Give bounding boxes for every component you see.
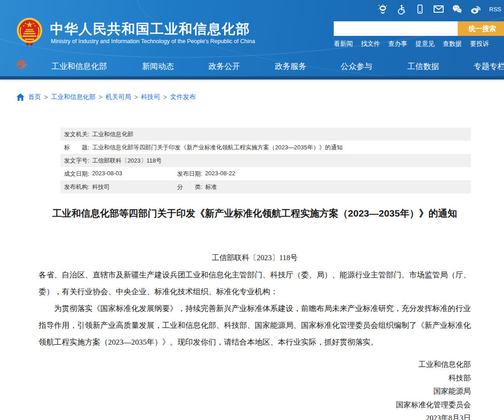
meta-label: 发布机构:	[64, 183, 89, 191]
breadcrumb-document-release[interactable]: 文件发布	[170, 93, 196, 101]
signature-block: 工业和信息化部 科技部 国家能源局 国家标准化管理委员会 2023年8月3日	[39, 358, 471, 420]
signature-line: 国家能源局	[39, 385, 471, 398]
search-input[interactable]	[334, 21, 458, 36]
meta-row-dates: 成文日期: 2023-08-03 发布日期: 2023-08-22	[60, 167, 471, 180]
breadcrumb-home[interactable]: 首页	[28, 93, 41, 101]
miit-e-logo-icon	[15, 58, 28, 71]
breadcrumb-separator: >	[44, 94, 48, 101]
breadcrumb-departments[interactable]: 机关司局	[105, 93, 131, 101]
quick-link-complaint[interactable]: 要投诉	[470, 40, 489, 48]
nav-item-miit-data[interactable]: 工信数据	[407, 61, 439, 72]
breadcrumb-separator: >	[134, 94, 138, 101]
nav-item-public-participation[interactable]: 公众参与	[341, 61, 372, 72]
article-doc-number: 工信部联科〔2023〕118号	[39, 253, 471, 263]
nav-item-gov-services[interactable]: 政务服务	[275, 61, 306, 72]
signature-line: 国家标准化管理委员会	[39, 398, 471, 412]
quick-link-feedback[interactable]: 提意见	[415, 40, 435, 48]
article: 工业和信息化部等四部门关于印发《新产业标准化领航工程实施方案（2023—2035…	[39, 207, 471, 420]
meta-row-publisher-category: 发布机构: 科技司 分 类: 标准	[60, 180, 471, 193]
breadcrumb-separator: >	[163, 94, 167, 101]
home-icon[interactable]	[16, 94, 25, 101]
meta-label: 分 类:	[177, 183, 203, 191]
page: RSS 中华人民共和国工业和信息化部 Ministry of Industry …	[0, 0, 504, 420]
nav-item-special-topics[interactable]: 专题专栏	[474, 61, 504, 72]
breadcrumb: 首页 > 工业和信息化部 > 机关司局 > 科技司 > 文件发布	[16, 93, 196, 101]
search-box: 统一搜索	[334, 21, 504, 36]
article-body: 各省、自治区、直辖市及新疆生产建设兵团工业和信息化主管部门、科技厅（委、局）、能…	[39, 267, 471, 351]
meta-row-doc-number: 发文字号: 工信部联科〔2023〕118号	[60, 154, 471, 167]
weibo-icon[interactable]	[470, 4, 481, 15]
meta-value: 标准	[205, 183, 217, 191]
article-paragraph: 为贯彻落实《国家标准化发展纲要》，持续完善新兴产业标准体系建设，前瞻布局未来产业…	[39, 300, 471, 351]
mail-icon[interactable]	[433, 4, 444, 15]
signature-line: 科技部	[39, 371, 471, 385]
article-paragraph: 各省、自治区、直辖市及新疆生产建设兵团工业和信息化主管部门、科技厅（委、局）、能…	[39, 267, 471, 300]
nav-item-news[interactable]: 新闻动态	[142, 61, 174, 72]
meta-label: 成文日期:	[64, 170, 89, 178]
national-emblem-logo	[16, 17, 43, 47]
quick-link-services[interactable]: 查办事	[388, 40, 407, 48]
signature-date: 2023年8月3日	[39, 411, 471, 420]
breadcrumb-separator: >	[99, 94, 102, 101]
mascot-icon[interactable]	[377, 4, 388, 15]
nav-item-miit[interactable]: 工业和信息化部	[51, 61, 107, 72]
breadcrumb-miit[interactable]: 工业和信息化部	[51, 93, 95, 101]
meta-value: 工业和信息化部	[92, 130, 133, 138]
rss-link[interactable]: RSS	[489, 6, 501, 13]
meta-value: 2023-08-22	[205, 170, 236, 178]
meta-value: 2023-08-03	[92, 170, 123, 178]
wechat-icon[interactable]	[452, 4, 463, 15]
nav-item-gov-disclosure[interactable]: 政务公开	[208, 61, 240, 72]
meta-row-issuing-agency: 发文机关: 工业和信息化部	[60, 128, 471, 141]
quick-link-files[interactable]: 找文件	[361, 40, 380, 48]
top-icon-bar: RSS	[377, 4, 501, 15]
meta-row-title: 标 题: 工业和信息化部等四部门关于印发《新产业标准化领航工程实施方案（2023…	[60, 141, 471, 154]
main-nav: 工业和信息化部 新闻动态 政务公开 政务服务 公众参与 工信数据 专题专栏	[0, 57, 504, 76]
breadcrumb-science-tech-dept[interactable]: 科技司	[141, 93, 160, 101]
site-title: 中华人民共和国工业和信息化部	[50, 20, 250, 39]
mobile-icon[interactable]	[415, 4, 425, 15]
meta-label: 发文机关:	[64, 130, 89, 138]
quick-link-data[interactable]: 查数据	[443, 40, 462, 48]
meta-value: 科技司	[92, 183, 110, 191]
meta-value: 工信部联科〔2023〕118号	[92, 157, 162, 165]
meta-label: 标 题:	[64, 143, 89, 152]
header-bottom-strip	[0, 76, 504, 79]
meta-label: 发文字号:	[64, 157, 89, 165]
site-header: RSS 中华人民共和国工业和信息化部 Ministry of Industry …	[0, 0, 504, 76]
unified-search-button[interactable]: 统一搜索	[458, 21, 504, 36]
meta-value: 工业和信息化部等四部门关于印发《新产业标准化领航工程实施方案（2023—2035…	[92, 143, 343, 152]
meta-label: 发布日期:	[177, 170, 203, 178]
article-title: 工业和信息化部等四部门关于印发《新产业标准化领航工程实施方案（2023—2035…	[39, 207, 471, 220]
document-meta-table: 发文机关: 工业和信息化部 标 题: 工业和信息化部等四部门关于印发《新产业标准…	[60, 128, 471, 193]
signature-line: 工业和信息化部	[39, 358, 471, 371]
site-subtitle: Ministry of Industry and Information Tec…	[51, 38, 255, 44]
accessibility-icon[interactable]	[396, 4, 407, 15]
quick-links: 看新闻 找文件 查办事 提意见 查数据 要投诉	[334, 40, 489, 48]
quick-link-news[interactable]: 看新闻	[334, 40, 353, 48]
